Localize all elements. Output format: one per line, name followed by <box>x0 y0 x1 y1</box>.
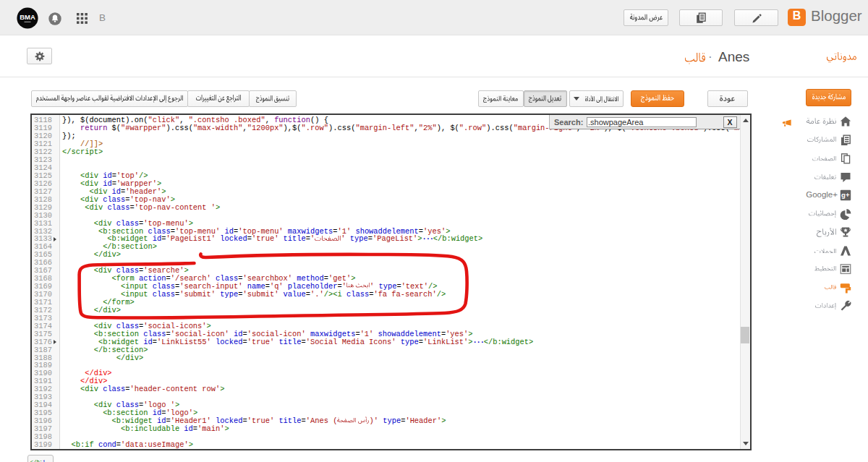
svg-text:g+: g+ <box>841 191 850 199</box>
svg-text:BMA: BMA <box>20 13 35 21</box>
